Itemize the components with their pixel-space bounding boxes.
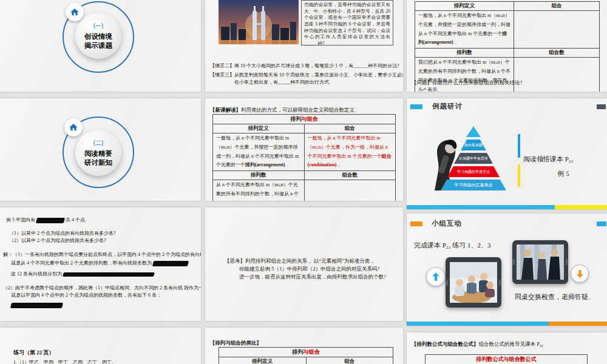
practice-task-text: 完成课本 P₂₂ 练习 1、2、3 [414,241,491,250]
reading-task-line2: 例 5 [523,169,603,178]
chapter-circle: (二) 阅读精要 研讨新知 [75,130,121,176]
perm-count-def: 从 n 个不同元素中取出 m（m≤n）个元素的所有不同排列的个数，叫做从 n 个… [213,180,305,201]
col-header-comb: 组合 [304,124,396,133]
table-title-red: 与组合 [304,349,320,355]
chapter-number: (一) [93,22,104,30]
slide-c2-r1[interactable]: 功能的会议室，且每种功能的会议室又有大、中、小和特小，共 4 种型号，总共 20… [205,0,403,92]
comb-def-empty-cell [514,11,600,49]
reading-task-line1: 阅读领悟课本 P₂₂ [523,155,603,164]
scenario1-textbox: 功能的会议室，且每种功能的会议室又有大、中、小和特小，共 4 种型号，总共 20… [301,0,393,46]
chapter-title-line2: 研讨新知 [84,158,112,167]
formula-section-label: 【排列数公式与组合数公式】 [412,341,479,347]
chapter-title-line1: 阅读精要 [84,149,112,158]
scenario3-line2: 在小李之前出发，有_____种不同的出行方式. [234,79,330,86]
table-title-black: 排列 [291,116,302,122]
formula-blob-six-segments [10,303,63,308]
lesson-intro-label: 【新课解读】 [210,107,241,113]
slide-c1-r3[interactable]: 例 5 平面内有 共 4 个点. （1）以其中 2 个点为端点的有向线段共有多少… [0,207,201,321]
slide-c3-r4[interactable]: 【排列数公式与组合数公式】组合数公式的推导见课本 P₂₄ 排列数公式与组合数公式 [407,332,607,364]
think-line3: 进一步地，能否从这种对应关系出发，由排列数求出组合的个数? [239,274,386,280]
discussion-photo [517,244,564,280]
bottom-bar-yellow [555,205,607,209]
section-title: 例题研讨 [432,102,463,111]
bottom-bar-blue [407,322,549,326]
scenario2-text: 【情景二】将 10 个大小相同的乒乓球分成 3 堆，每堆至少 1 个，有____… [210,63,399,69]
bottom-bar-cyan [407,205,555,209]
meeting-photo [450,262,497,303]
tablet-photo-discussion [512,240,568,284]
col-header-perm-def: 排列定义 [213,124,305,133]
comb-def-post: ． [337,162,342,167]
perm-def-post: ． [285,162,290,167]
example-question2: （2）以其中 2 个点为端点的线段共有多少条? [9,238,106,244]
tablet-photo-meeting [446,257,501,308]
title-accent-bar [410,221,422,226]
perm-comb-table: 排列与组合 排列定义组合 一般地，从 n 个不同元素中取出 m（m≤n）个元素，… [212,114,396,201]
col-header-perm-count: 排列数 [213,171,305,180]
slide-c3-r1[interactable]: 排列定义组合 一般地，从 n 个不同元素中取出 m（m≤n）个元素，并按照一定的… [407,0,607,92]
chapter-title-line2: 揭示课题 [84,41,112,50]
exercise-item: 1.（1）甲乙、甲丙、甲丁、乙丙、乙丁、丙丁. [13,360,113,364]
solution1-line3: 这 12 条有向线段分别为 [11,271,62,277]
pyramid-layer-3: 学习例题的常规方法 [447,166,500,177]
col-header-comb-count: 组合数 [304,171,396,180]
solution2-line1: （2）由于不考虑两个端点的顺序，因此将（1）中端点相同、方向不同的 2 条有向线… [3,285,201,291]
accent-vbar-yellow [518,164,520,187]
scenario3-line1: 【情景三】从凯里到贵阳每天有 10 个高铁班次，某单位派出小王、小李出差，要求小… [210,72,403,78]
formula-section-rest: 组合数公式的推导见课本 P₂₄ [479,341,543,347]
pyramid-layer-1: 如何看例题 [461,140,486,150]
pyramid-layer-4: 学习例题的正规表达 [441,180,506,190]
title-accent-bar [410,104,422,109]
lesson-intro-text: 利用类比的方式，可以获得组合定义和组合数定义. [241,107,356,113]
comb-count-empty-cell [304,180,396,201]
home-button [64,118,83,136]
col-header-comb: 组合 [306,357,393,364]
slide-c2-r2[interactable]: 【新课解读】利用类比的方式，可以获得组合定义和组合数定义. 排列与组合 排列定义… [205,98,403,201]
think-line1: 【思考】利用排列和组合之间的关系， 以“元素相同”为标准分类， [225,258,375,265]
perm-def-term: 排列(arrangement) [245,162,285,167]
comb-count-empty-cell [514,58,600,92]
slide-bottom-bar [407,322,607,326]
chapter-title-line1: 创设情境 [84,32,112,41]
home-icon [69,123,78,132]
home-button [66,3,84,21]
perm-def-post: ． [453,39,458,45]
analogy-heading: 【排列与组合的类比】 [210,340,262,346]
solution1-line1: 解：（1）一条有向线段的两个端点要分起点和终点，以平面内 4 个点中的 2 个为… [3,252,201,258]
formula-blob-points [36,218,65,223]
analogy-table: 排列与组合 排列定义组合 [219,347,393,364]
slide-c2-r3[interactable]: 【思考】利用排列和组合之间的关系， 以“元素相同”为标准分类， 你能建立起例 5… [205,207,403,321]
exercise-title: 练习（第 22 页） [13,349,55,357]
formula-blob-A42 [152,261,189,266]
example-question1: （1）以其中 2 个点为端点的有向线段共有多少条? [9,231,116,237]
bottom-bar-orange [549,322,607,326]
corner-accent-bar [597,104,606,109]
chapter-circle: (一) 创设情境 揭示课题 [75,13,121,59]
down-arrow-icon [575,269,585,279]
question-prompt: 【问题】你能用什么方法来获取组合的相关结论? [412,79,522,86]
perm-count-def: 我们把从 n 个不同元素中取出 m（m≤n）个元素的所有不同排列的个数，叫做从 … [415,58,514,92]
slide-c1-r4[interactable]: 练习（第 22 页） 1.（1）甲乙、甲丙、甲丁、乙丙、乙丁、丙丁. [0,328,201,364]
example-pyramid: 如何看例题 从例题中学会思考 学习例题的常规方法 学习例题的正规表达 [441,126,506,192]
slide-c3-r2[interactable]: 例题研讨 如何看例题 从例题中学会思考 学习例题的常规方法 学习例题的正规表达 … [407,98,607,209]
slide-c2-r4[interactable]: 【排列与组合的类比】 排列与组合 排列定义组合 [205,328,403,364]
down-arrow-badge [571,265,589,283]
up-arrow-badge [426,267,446,286]
perm-comb-table-blank: 排列定义组合 一般地，从 n 个不同元素中取出 m（m≤n）个元素，并按照一定的… [415,1,600,92]
table-title-red: 与组合 [302,116,318,122]
city-skyline-photo [219,0,299,44]
section-title: 小组互动 [432,219,462,228]
formula-blob-segments-list [63,272,155,277]
perm-def-pre: 一般地，从 n 个不同元素中取出 m（m≤n）个元素，并按照一定的顺序排成一列，… [418,13,510,36]
slide-c1-r2[interactable]: (二) 阅读精要 研讨新知 [0,98,201,201]
formula-table-title: 排列数公式与组合数公式 [426,355,588,364]
slide-grid-page: { "colors":{"blue":"#2e74b5","cyan":"#29… [0,0,607,364]
col-header-comb-count: 组合数 [514,49,600,58]
slide-c1-r1[interactable]: (一) 创设情境 揭示课题 [0,0,201,92]
peer-check-note: 同桌交换检查，老师答疑. [515,292,590,302]
example-line1-pre: 例 5 平面内有 [6,217,35,223]
pyramid-layer-2: 从例题中学会思考 [454,153,493,164]
formula-table: 排列数公式与组合数公式 [425,354,588,364]
slide-c3-r3[interactable]: 小组互动 完成课本 P₂₂ 练习 1、2、3 同桌交换检查，老师答疑. [407,214,607,326]
accent-vbar-blue [518,134,520,158]
